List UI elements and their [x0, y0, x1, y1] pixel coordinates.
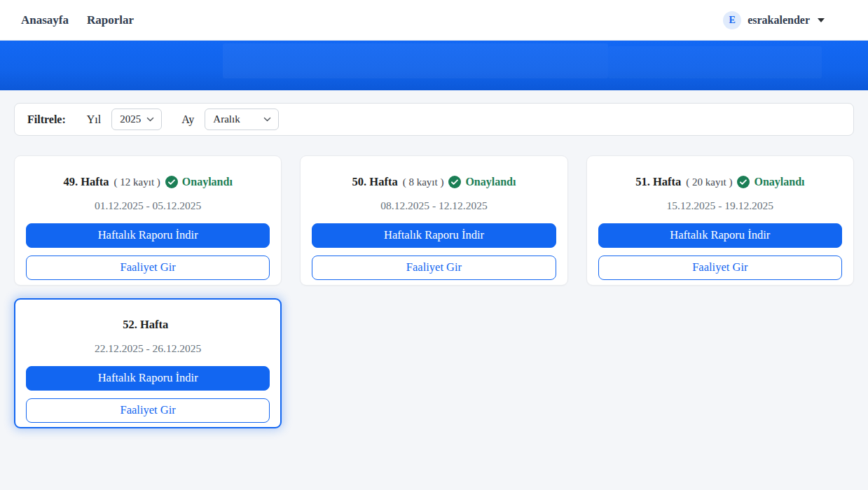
card-title-row: 49. Hafta ( 12 kayıt ) Onaylandı [26, 175, 270, 189]
week-title: 49. Hafta [63, 175, 109, 189]
main-content: Filtrele: Yıl 2025 Ay Aralık 49. Hafta (… [0, 90, 868, 428]
week-cards-grid: 49. Hafta ( 12 kayıt ) Onaylandı 01.12.2… [14, 155, 854, 428]
week-card: 52. Hafta 22.12.2025 - 26.12.2025 Haftal… [14, 298, 282, 428]
record-count: ( 12 kayıt ) [114, 176, 160, 188]
enter-activity-button[interactable]: Faaliyet Gir [312, 255, 556, 280]
card-title-row: 51. Hafta ( 20 kayıt ) Onaylandı [598, 175, 842, 189]
nav-links: Anasayfa Raporlar [21, 13, 134, 27]
nav-link-raporlar[interactable]: Raporlar [87, 13, 134, 27]
top-navbar: Anasayfa Raporlar E esrakalender [0, 0, 868, 41]
chevron-down-icon [263, 115, 272, 124]
week-card: 51. Hafta ( 20 kayıt ) Onaylandı 15.12.2… [586, 155, 854, 286]
week-title: 51. Hafta [635, 175, 681, 189]
status-label: Onaylandı [465, 176, 516, 188]
status-badge: Onaylandı [448, 176, 516, 188]
week-title: 52. Hafta [123, 318, 168, 332]
download-weekly-report-button[interactable]: Haftalık Raporu İndir [312, 223, 556, 248]
avatar: E [723, 11, 741, 29]
download-weekly-report-button[interactable]: Haftalık Raporu İndir [26, 366, 270, 391]
filter-title: Filtrele: [27, 113, 66, 126]
week-title: 50. Hafta [352, 175, 398, 189]
year-label: Yıl [87, 113, 101, 126]
year-select[interactable]: 2025 [111, 108, 162, 130]
month-select[interactable]: Aralık [205, 108, 279, 130]
month-label: Ay [181, 113, 194, 126]
year-select-value: 2025 [120, 113, 141, 125]
week-card: 50. Hafta ( 8 kayıt ) Onaylandı 08.12.20… [300, 155, 567, 286]
week-date-range: 22.12.2025 - 26.12.2025 [26, 342, 270, 355]
status-badge: Onaylandı [737, 176, 804, 188]
page-header-banner [0, 41, 868, 90]
status-badge: Onaylandı [165, 176, 233, 188]
check-circle-icon [165, 176, 178, 188]
user-menu[interactable]: E esrakalender [723, 11, 825, 29]
blurred-content-block [608, 46, 822, 78]
enter-activity-button[interactable]: Faaliyet Gir [26, 255, 270, 280]
status-label: Onaylandı [754, 176, 804, 188]
card-title-row: 50. Hafta ( 8 kayıt ) Onaylandı [312, 175, 556, 189]
status-label: Onaylandı [182, 176, 233, 188]
record-count: ( 20 kayıt ) [686, 176, 732, 188]
card-title-row: 52. Hafta [26, 318, 270, 332]
download-weekly-report-button[interactable]: Haftalık Raporu İndir [598, 223, 842, 248]
enter-activity-button[interactable]: Faaliyet Gir [26, 398, 270, 423]
download-weekly-report-button[interactable]: Haftalık Raporu İndir [26, 223, 270, 248]
month-select-value: Aralık [213, 113, 240, 125]
week-card: 49. Hafta ( 12 kayıt ) Onaylandı 01.12.2… [14, 155, 282, 286]
week-date-range: 08.12.2025 - 12.12.2025 [312, 200, 556, 212]
record-count: ( 8 kayıt ) [403, 176, 444, 188]
week-date-range: 15.12.2025 - 19.12.2025 [598, 200, 842, 212]
week-date-range: 01.12.2025 - 05.12.2025 [26, 200, 270, 212]
enter-activity-button[interactable]: Faaliyet Gir [598, 255, 842, 280]
nav-link-anasayfa[interactable]: Anasayfa [21, 13, 69, 27]
filter-bar: Filtrele: Yıl 2025 Ay Aralık [14, 103, 854, 136]
check-circle-icon [448, 176, 461, 188]
check-circle-icon [737, 176, 750, 188]
user-name: esrakalender [748, 14, 810, 27]
caret-down-icon [818, 18, 825, 22]
chevron-down-icon [146, 115, 155, 124]
blurred-content-block [223, 43, 608, 78]
